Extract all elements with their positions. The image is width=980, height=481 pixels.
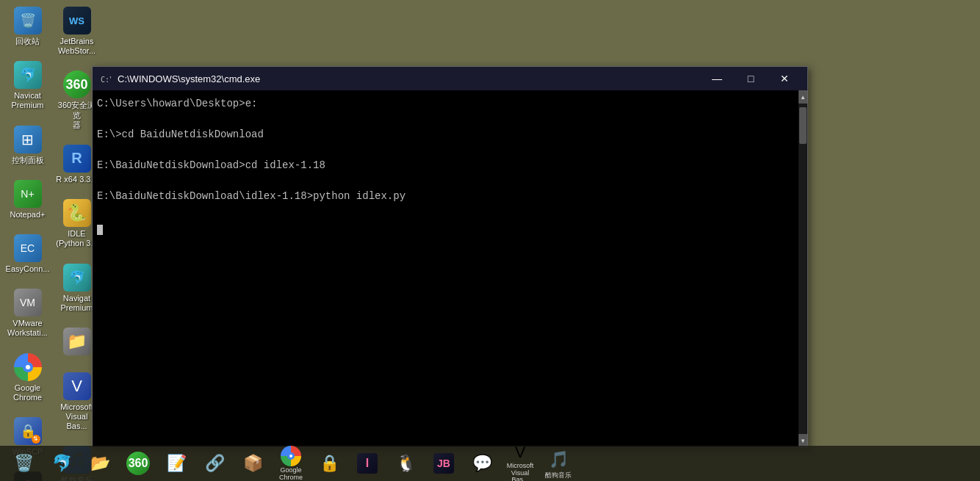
taskbar-icon-xiami[interactable]: 🎵 酷狗音乐	[541, 446, 576, 481]
scrollbar-up-arrow[interactable]: ▲	[799, 90, 807, 104]
desktop-icon-google-chrome[interactable]: GoogleChrome	[4, 350, 51, 405]
taskbar-icon-360[interactable]: 360	[120, 446, 156, 481]
taskbar-navicat-icon: 🐬	[50, 452, 73, 475]
taskbar-icon-jetbrains[interactable]: JB	[426, 446, 461, 481]
taskbar-notepad-icon: 📝	[165, 452, 188, 475]
taskbar-idea-icon: I	[357, 453, 378, 474]
cmd-titlebar-left: C:\ C:\WINDOWS\system32\cmd.exe	[98, 72, 260, 85]
taskbar-wechat-icon: 💬	[470, 452, 494, 475]
scrollbar-thumb[interactable]	[799, 107, 807, 144]
cmd-body: C:\Users\howard\Desktop>e: E:\>cd BaiduN…	[93, 90, 807, 447]
svg-text:C:\: C:\	[101, 76, 111, 84]
desktop-icon-control-panel[interactable]: ⊞ 控制面板	[4, 123, 51, 168]
taskbar-recycle-icon: 🗑️	[12, 452, 35, 475]
cmd-minimize-button[interactable]: —	[700, 67, 734, 90]
desktop-icon-recycle-bin[interactable]: 🗑️ 回收站	[4, 4, 51, 49]
taskbar-icon-winscp[interactable]: 🔒	[311, 446, 347, 481]
cmd-maximize-button[interactable]: □	[734, 67, 768, 90]
cmd-scrollbar[interactable]: ▲ ▼	[799, 90, 807, 447]
desktop-icon-easyconnect[interactable]: EC EasyConn...	[4, 231, 51, 277]
cmd-titlebar: C:\ C:\WINDOWS\system32\cmd.exe — □ ✕	[93, 67, 807, 90]
taskbar-msvisual-icon: V	[508, 443, 532, 462]
taskbar-icon-wechat[interactable]: 💬	[464, 446, 500, 481]
cmd-cursor	[97, 221, 103, 233]
scrollbar-track	[799, 104, 807, 434]
taskbar-xiami-icon: 🎵	[547, 448, 570, 471]
cmd-window-title: C:\WINDOWS\system32\cmd.exe	[118, 73, 260, 84]
cmd-line-7: E:\BaiduNetdiskDownload\idlex-1.18>pytho…	[97, 190, 406, 202]
taskbar-easyconn-icon: 🔗	[203, 452, 226, 475]
taskbar-unknown-icon: 📂	[88, 452, 112, 475]
cmd-line-1: C:\Users\howard\Desktop>e:	[97, 98, 257, 109]
taskbar-msvisual-label: MicrosoftVisual Bas...	[504, 463, 536, 481]
taskbar: 🗑️ 🐬 📂 360 📝 🔗 📦 Google Chrome 🔒 I 🐧 JB	[0, 446, 980, 481]
cmd-window-icon: C:\	[98, 72, 112, 85]
cmd-line-5: E:\BaiduNetdiskDownload>cd idlex-1.18	[97, 159, 325, 171]
cmd-close-button[interactable]: ✕	[768, 67, 801, 90]
desktop-icon-vmware[interactable]: VM VMwareWorkstati...	[4, 286, 51, 341]
taskbar-icon-msvisual[interactable]: V MicrosoftVisual Bas...	[502, 446, 538, 481]
taskbar-icon-qq[interactable]: 🐧	[388, 446, 423, 481]
taskbar-icon-notepad[interactable]: 📝	[159, 446, 194, 481]
taskbar-icon-recycle[interactable]: 🗑️	[6, 446, 41, 481]
desktop-icon-notepad-plus[interactable]: N+ Notepad+	[4, 177, 51, 223]
taskbar-icon-unknown[interactable]: 📂	[82, 446, 118, 481]
taskbar-icon-chrome[interactable]: Google Chrome	[273, 446, 309, 481]
taskbar-360-icon: 360	[126, 452, 150, 475]
taskbar-chrome-icon	[279, 446, 303, 466]
cmd-window: C:\ C:\WINDOWS\system32\cmd.exe — □ ✕ C:…	[92, 66, 808, 448]
taskbar-winscp-icon: 🔒	[317, 452, 341, 475]
desktop-icon-navicat[interactable]: 🐬 NavicatPremium	[4, 58, 51, 113]
taskbar-qq-icon: 🐧	[394, 452, 417, 475]
taskbar-chrome-label: Google Chrome	[275, 467, 307, 481]
taskbar-vmware-icon: 📦	[241, 452, 264, 475]
taskbar-icon-idea[interactable]: I	[350, 446, 385, 481]
cmd-content[interactable]: C:\Users\howard\Desktop>e: E:\>cd BaiduN…	[93, 90, 799, 447]
cmd-window-controls: — □ ✕	[700, 67, 801, 90]
taskbar-jetbrains-icon: JB	[433, 453, 454, 474]
taskbar-icon-navicat[interactable]: 🐬	[44, 446, 79, 481]
taskbar-icon-easyconn[interactable]: 🔗	[197, 446, 232, 481]
desktop-icons-col1: 🗑️ 回收站 🐬 NavicatPremium ⊞ 控制面板 N+ Notepa…	[4, 4, 51, 481]
taskbar-icon-vmware[interactable]: 📦	[235, 446, 270, 481]
taskbar-xiami-label: 酷狗音乐	[545, 472, 572, 480]
cmd-line-3: E:\>cd BaiduNetdiskDownload	[97, 129, 264, 140]
desktop-icon-jetbrains-webstorm[interactable]: WS JetBrainsWebStor...	[53, 4, 101, 59]
